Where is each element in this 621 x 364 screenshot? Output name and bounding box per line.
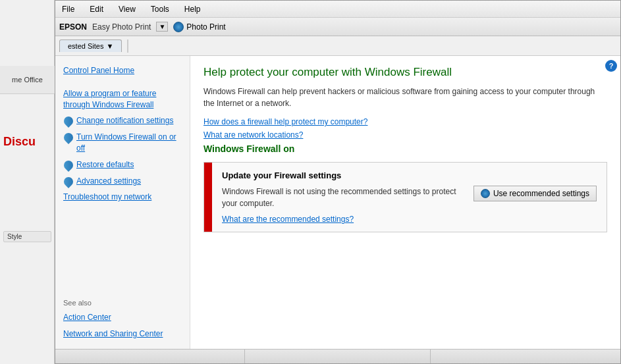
- use-recommended-button[interactable]: Use recommended settings: [473, 186, 597, 201]
- allow-program-label: Allow a program or feature through Windo…: [63, 88, 182, 111]
- sidebar-network-sharing[interactable]: Network and Sharing Center: [55, 326, 190, 342]
- discuss-text: Discu: [3, 135, 51, 149]
- sidebar-troubleshoot[interactable]: Troubleshoot my network: [55, 189, 190, 205]
- help-button[interactable]: ?: [605, 60, 617, 72]
- photo-print: Photo Print: [173, 22, 225, 32]
- sidebar-advanced-settings[interactable]: Advanced settings: [55, 173, 190, 190]
- alert-content: Update your Firewall settings Windows Fi…: [212, 163, 607, 232]
- style-label: Style: [7, 233, 22, 240]
- recommended-btn-label: Use recommended settings: [493, 189, 589, 198]
- alert-button-area: Use recommended settings: [473, 186, 597, 201]
- alert-title: Update your Firewall settings: [222, 170, 597, 180]
- alert-box: Update your Firewall settings Windows Fi…: [203, 162, 607, 232]
- action-center-label: Action Center: [63, 312, 111, 323]
- menu-edit[interactable]: Edit: [87, 3, 106, 15]
- menu-file[interactable]: File: [59, 3, 77, 15]
- epson-logo: EPSON: [59, 22, 87, 32]
- see-also-title: See also: [55, 291, 190, 309]
- shield-icon-toggle: [63, 132, 74, 142]
- ie-toolbar: ested Sites ▼: [55, 36, 620, 56]
- sidebar-action-center[interactable]: Action Center: [55, 309, 190, 326]
- advanced-settings-label: Advanced settings: [76, 176, 141, 187]
- menu-bar: File Edit View Tools Help: [55, 1, 620, 18]
- network-locations-link[interactable]: What are network locations?: [203, 130, 607, 140]
- menu-tools[interactable]: Tools: [148, 3, 172, 15]
- shield-icon-notification: [63, 115, 74, 126]
- ie-tab-suggested-label: ested Sites: [68, 42, 103, 50]
- alert-body: Windows Firewall is not using the recomm…: [222, 186, 597, 209]
- epson-toolbar: EPSON Easy Photo Print ▼ Photo Print: [55, 18, 620, 36]
- shield-icon-restore: [63, 159, 74, 170]
- recommended-globe-icon: [481, 189, 490, 198]
- network-sharing-label: Network and Sharing Center: [63, 328, 163, 340]
- alert-stripe: [204, 163, 212, 232]
- content-area: Control Panel Home Allow a program or fe…: [55, 56, 620, 349]
- shield-icon-sm-2: [62, 131, 75, 144]
- sidebar-change-notification[interactable]: Change notification settings: [55, 113, 190, 129]
- shield-icon-sm-1: [62, 115, 75, 128]
- shield-icon-advanced: [63, 176, 74, 186]
- menu-view[interactable]: View: [116, 3, 138, 15]
- epson-dropdown[interactable]: ▼: [156, 22, 168, 32]
- troubleshoot-label: Troubleshoot my network: [63, 192, 151, 203]
- shield-icon-sm-4: [62, 175, 75, 188]
- panel-title: Help protect your computer with Windows …: [203, 66, 607, 79]
- office-discuss: Discu: [0, 132, 55, 152]
- globe-icon: [173, 22, 184, 32]
- main-panel: Help protect your computer with Windows …: [190, 56, 620, 349]
- turn-on-off-label: Turn Windows Firewall on or off: [76, 132, 182, 154]
- restore-defaults-label: Restore defaults: [76, 159, 134, 170]
- sidebar-allow-program[interactable]: Allow a program or feature through Windo…: [55, 86, 190, 113]
- photo-print-label: Photo Print: [186, 22, 225, 32]
- menu-help[interactable]: Help: [182, 3, 203, 15]
- sidebar: Control Panel Home Allow a program or fe…: [55, 56, 190, 349]
- alert-body-text: Windows Firewall is not using the recomm…: [222, 186, 464, 209]
- how-firewall-link[interactable]: How does a firewall help protect my comp…: [203, 117, 607, 126]
- sidebar-control-panel-home[interactable]: Control Panel Home: [55, 63, 190, 79]
- status-segment-3: [431, 350, 616, 363]
- recommended-settings-link[interactable]: What are the recommended settings?: [222, 215, 597, 224]
- sidebar-turn-on-off[interactable]: Turn Windows Firewall on or off: [55, 129, 190, 157]
- style-btn[interactable]: Style: [3, 231, 51, 242]
- change-notification-label: Change notification settings: [76, 115, 173, 126]
- ie-tab-dropdown-icon: ▼: [106, 42, 113, 50]
- style-area: Style: [0, 228, 55, 246]
- toolbar-divider: [127, 39, 128, 53]
- sidebar-restore-defaults[interactable]: Restore defaults: [55, 157, 190, 173]
- firewall-window: File Edit View Tools Help EPSON Easy Pho…: [55, 0, 621, 364]
- office-tab-label: me Office: [12, 76, 43, 84]
- ie-tab-suggested[interactable]: ested Sites ▼: [59, 39, 122, 52]
- office-background: [0, 0, 55, 364]
- office-tab: me Office: [0, 66, 55, 94]
- shield-icon-sm-3: [62, 159, 75, 172]
- panel-description: Windows Firewall can help prevent hacker…: [203, 86, 607, 109]
- status-bar: [55, 349, 620, 363]
- status-segment-1: [59, 350, 245, 363]
- status-segment-2: [246, 350, 431, 363]
- epson-app-name: Easy Photo Print: [92, 22, 151, 32]
- firewall-on-status: Windows Firewall on: [203, 143, 607, 154]
